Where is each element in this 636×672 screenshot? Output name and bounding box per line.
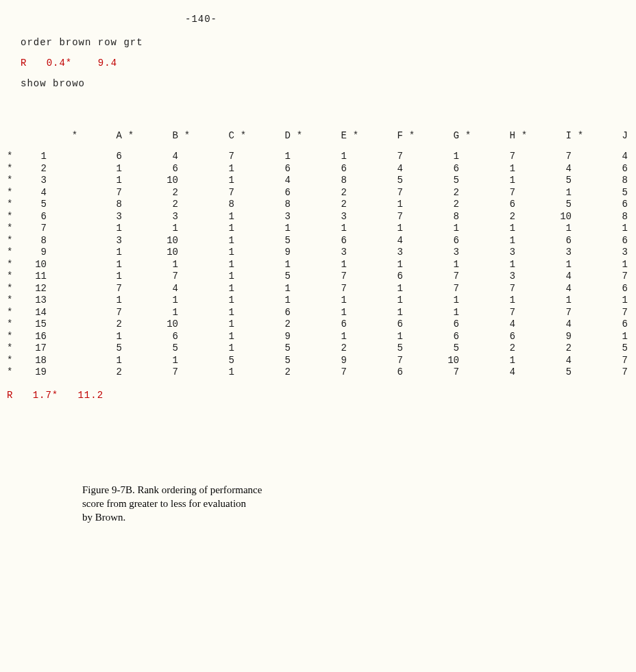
cell-value: 1 [421,259,459,271]
figure-caption: Figure 9-7B. Rank ordering of performanc… [82,483,356,525]
header-star: * [234,130,252,151]
cell-value: 7 [421,271,459,283]
cell-sep [122,307,140,319]
cell-sep [572,366,589,379]
row-star: * [7,223,16,235]
cell-sep [66,343,84,355]
cell-sep [291,307,308,319]
cell-sep [403,163,421,175]
table-row: *16471171774 [7,151,628,163]
cell-value: 6 [252,187,291,199]
table-row: *311014855158 [7,175,628,187]
cell-sep [403,355,421,367]
cell-sep [347,199,365,211]
cell-sep [234,295,252,307]
cell-sep [234,199,252,211]
cell-sep [347,223,365,235]
cell-sep [572,343,589,355]
cell-value: 1 [196,223,234,235]
cell-sep [178,283,196,295]
cell-value: 3 [477,271,515,283]
cell-sep [66,355,84,367]
cell-sep [291,259,308,271]
cell-sep [122,295,140,307]
cell-sep [515,163,533,175]
cell-value: 1 [365,259,403,271]
cell-value: 2 [140,187,178,199]
cell-value: 4 [533,163,572,175]
stat1-b: 9.4 [98,58,117,69]
cell-sep [178,211,196,223]
cell-value: 3 [589,247,628,259]
cell-sep [572,355,589,367]
cell-value: 5 [365,343,403,355]
cell-sep [572,163,589,175]
cell-value: 1 [84,331,122,343]
table-row: *47276272715 [7,187,628,199]
row-number: 17 [16,343,66,355]
cell-value: 10 [140,235,178,247]
cell-value: 1 [196,247,234,259]
cell-value: 7 [365,187,403,199]
cell-value: 1 [477,163,515,175]
cell-sep [403,187,421,199]
cell-sep [572,283,589,295]
cell-value: 1 [140,295,178,307]
cell-value: 7 [421,366,459,379]
cell-sep [403,366,421,379]
cell-sep [459,211,477,223]
cell-sep [234,319,252,331]
cell-value: 4 [533,271,572,283]
cell-value: 1 [84,247,122,259]
cell-sep [515,151,533,163]
cell-value: 2 [421,187,459,199]
cell-sep [178,235,196,247]
cell-sep [459,307,477,319]
cell-value: 1 [140,223,178,235]
cell-sep [178,259,196,271]
cell-sep [572,223,589,235]
cell-value: 2 [308,343,347,355]
cell-sep [459,199,477,211]
row-star: * [7,211,16,223]
cell-sep [234,163,252,175]
cell-value: 6 [308,235,347,247]
row-number: 8 [16,235,66,247]
row-star: * [7,175,16,187]
cell-sep [291,271,308,283]
cell-sep [459,151,477,163]
cell-sep [178,187,196,199]
row-star: * [7,366,16,379]
cell-value: 1 [196,259,234,271]
cell-sep [66,271,84,283]
cell-value: 5 [140,343,178,355]
cell-sep [122,235,140,247]
cell-value: 8 [589,211,628,223]
cell-sep [122,366,140,379]
cell-sep [403,199,421,211]
cell-sep [347,235,365,247]
cell-sep [347,283,365,295]
row-number: 19 [16,366,66,379]
cell-value: 6 [589,163,628,175]
cell-sep [66,366,84,379]
cell-value: 1 [84,175,122,187]
cell-value: 1 [84,163,122,175]
cell-sep [572,235,589,247]
cell-sep [66,223,84,235]
cell-value: 7 [365,355,403,367]
header-star: * [66,130,84,151]
cell-value: 2 [308,199,347,211]
cell-sep [122,247,140,259]
cell-sep [291,343,308,355]
cell-sep [178,199,196,211]
cell-value: 5 [196,355,234,367]
cell-sep [572,151,589,163]
cell-value: 5 [252,271,291,283]
cell-value: 10 [421,355,459,367]
cell-sep [234,211,252,223]
row-star: * [7,235,16,247]
cell-value: 5 [252,235,291,247]
header-blank-num [16,130,66,151]
cell-value: 7 [196,151,234,163]
